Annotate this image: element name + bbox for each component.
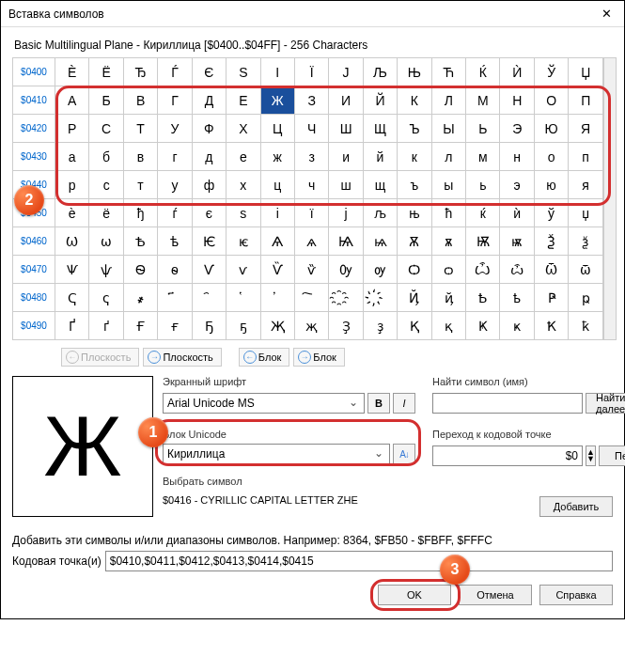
- char-cell[interactable]: н: [500, 143, 534, 171]
- char-cell[interactable]: ҆: [260, 284, 294, 312]
- goto-input[interactable]: [432, 445, 583, 466]
- char-cell[interactable]: љ: [363, 199, 397, 227]
- bold-button[interactable]: B: [367, 393, 390, 414]
- char-cell[interactable]: ў: [534, 199, 568, 227]
- char-cell[interactable]: К: [398, 86, 431, 115]
- char-cell[interactable]: ѹ: [363, 256, 397, 284]
- char-cell[interactable]: ѳ: [158, 256, 192, 284]
- char-cell[interactable]: л: [431, 143, 465, 171]
- char-cell[interactable]: ч: [294, 171, 328, 199]
- char-cell[interactable]: Т: [123, 115, 157, 143]
- char-cell[interactable]: д: [192, 143, 226, 171]
- char-cell[interactable]: ц: [260, 171, 294, 199]
- char-cell[interactable]: Й: [363, 86, 397, 115]
- font-combo[interactable]: Arial Unicode MS: [163, 393, 365, 414]
- char-cell[interactable]: Г: [158, 86, 192, 115]
- char-cell[interactable]: И: [329, 86, 363, 115]
- unicode-block-combo[interactable]: Кириллица: [163, 444, 390, 464]
- char-cell[interactable]: ѩ: [363, 227, 397, 256]
- char-cell[interactable]: Џ: [569, 58, 603, 86]
- goto-button[interactable]: Переход: [599, 445, 625, 466]
- ok-button[interactable]: OK: [378, 585, 451, 605]
- char-cell[interactable]: ё: [89, 199, 123, 227]
- char-cell[interactable]: Ф: [192, 115, 226, 143]
- char-cell[interactable]: ѐ: [55, 199, 89, 227]
- char-cell[interactable]: к: [398, 143, 431, 171]
- char-cell[interactable]: А: [55, 86, 89, 115]
- char-cell[interactable]: м: [466, 143, 500, 171]
- char-cell[interactable]: Ў: [534, 58, 568, 86]
- char-cell[interactable]: г: [158, 143, 192, 171]
- sort-button[interactable]: A↓: [393, 444, 415, 464]
- char-cell[interactable]: П: [569, 86, 603, 115]
- char-cell[interactable]: қ: [431, 312, 465, 340]
- char-cell[interactable]: з: [294, 143, 328, 171]
- char-cell[interactable]: Ҝ: [466, 312, 500, 340]
- char-cell[interactable]: в: [123, 143, 157, 171]
- italic-button[interactable]: I: [393, 393, 415, 414]
- char-cell[interactable]: ѡ: [89, 227, 123, 256]
- block-prev-button[interactable]: ←Блок: [239, 348, 290, 367]
- char-cell[interactable]: ѫ: [431, 227, 465, 256]
- char-cell[interactable]: е: [227, 143, 260, 171]
- char-cell[interactable]: ѷ: [294, 256, 328, 284]
- char-cell[interactable]: ь: [466, 171, 500, 199]
- char-cell[interactable]: Ѭ: [466, 227, 500, 256]
- char-cell[interactable]: ј: [329, 199, 363, 227]
- cancel-button[interactable]: Отмена: [459, 585, 532, 605]
- char-cell[interactable]: ѥ: [227, 227, 260, 256]
- char-cell[interactable]: џ: [569, 199, 603, 227]
- char-cell[interactable]: ҕ: [227, 312, 260, 340]
- char-cell[interactable]: ѝ: [500, 199, 534, 227]
- char-cell[interactable]: ш: [329, 171, 363, 199]
- char-cell[interactable]: Ѳ: [123, 256, 157, 284]
- char-cell[interactable]: Ц: [260, 115, 294, 143]
- char-cell[interactable]: Ї: [294, 58, 328, 86]
- char-cell[interactable]: Ѷ: [260, 256, 294, 284]
- char-cell[interactable]: п: [569, 143, 603, 171]
- char-cell[interactable]: Ь: [466, 115, 500, 143]
- char-cell[interactable]: а: [55, 143, 89, 171]
- char-cell[interactable]: Л: [431, 86, 465, 115]
- char-cell[interactable]: њ: [398, 199, 431, 227]
- char-cell[interactable]: Ҏ: [534, 284, 568, 312]
- char-cell[interactable]: Ѵ: [192, 256, 226, 284]
- char-cell[interactable]: ћ: [431, 199, 465, 227]
- block-next-button[interactable]: →Блок: [293, 348, 345, 367]
- char-cell[interactable]: ҟ: [569, 312, 603, 340]
- char-cell[interactable]: щ: [363, 171, 397, 199]
- codepoints-input[interactable]: [105, 551, 613, 571]
- char-cell[interactable]: ќ: [466, 199, 500, 227]
- char-cell[interactable]: ѵ: [227, 256, 260, 284]
- char-cell[interactable]: ғ: [158, 312, 192, 340]
- char-cell[interactable]: ж: [260, 143, 294, 171]
- char-cell[interactable]: Ѡ: [55, 227, 89, 256]
- char-cell[interactable]: ѭ: [500, 227, 534, 256]
- help-button[interactable]: Справка: [539, 585, 613, 605]
- char-cell[interactable]: ѓ: [158, 199, 192, 227]
- char-cell[interactable]: Х: [227, 115, 260, 143]
- char-cell[interactable]: ҋ: [431, 284, 465, 312]
- char-cell[interactable]: ҇: [294, 284, 328, 312]
- char-grid[interactable]: $0400ЀЁЂЃЄЅІЇЈЉЊЋЌЍЎЏ$0410АБВГДЕЖЗИЙКЛМН…: [12, 57, 603, 340]
- char-cell[interactable]: ҂: [123, 284, 157, 312]
- char-cell[interactable]: Я: [569, 115, 603, 143]
- char-cell[interactable]: Ј: [329, 58, 363, 86]
- char-cell[interactable]: ҄: [192, 284, 226, 312]
- char-cell[interactable]: ҃: [158, 284, 192, 312]
- char-cell[interactable]: х: [227, 171, 260, 199]
- plane-prev-button[interactable]: ←Плоскость: [61, 348, 139, 367]
- char-cell[interactable]: ф: [192, 171, 226, 199]
- char-cell[interactable]: І: [260, 58, 294, 86]
- char-cell[interactable]: Ѥ: [192, 227, 226, 256]
- char-cell[interactable]: ы: [431, 171, 465, 199]
- char-cell[interactable]: Ъ: [398, 115, 431, 143]
- char-cell[interactable]: Ѯ: [534, 227, 568, 256]
- char-cell[interactable]: ѯ: [569, 227, 603, 256]
- char-cell[interactable]: З: [294, 86, 328, 115]
- char-cell[interactable]: ҙ: [363, 312, 397, 340]
- char-cell[interactable]: Ѣ: [123, 227, 157, 256]
- char-cell[interactable]: ѧ: [294, 227, 328, 256]
- char-cell[interactable]: Ѩ: [329, 227, 363, 256]
- char-cell[interactable]: Ѫ: [398, 227, 431, 256]
